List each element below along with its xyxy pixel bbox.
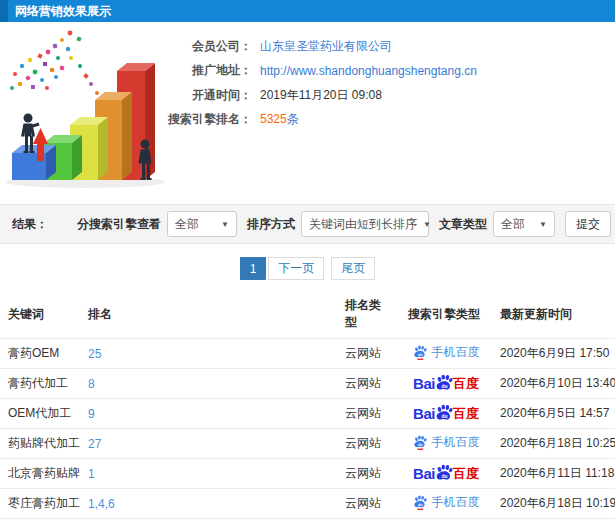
baidu-paw-icon: du: [413, 494, 427, 511]
baidu-paw-icon: du: [413, 434, 427, 451]
mobile-baidu-label: 手机百度: [432, 344, 480, 361]
svg-text:du: du: [418, 502, 423, 506]
baidu-pc-logo: Bai du 百度: [413, 373, 479, 394]
rank-cell: 25: [80, 339, 337, 369]
company-info-fields: 会员公司： 山东皇圣堂药业有限公司 推广地址： http://www.shand…: [168, 30, 477, 190]
growth-bar-chart-illustration: [0, 30, 190, 190]
table-row: 枣庄膏药加工 1,4,6 云网站 du 手机百度 2020年6月18日 10:1…: [0, 489, 615, 519]
keyword-cell: 枣庄膏药加工: [0, 489, 80, 519]
article-type-select-value: 全部: [501, 216, 525, 233]
baidu-paw-icon: du: [435, 463, 453, 484]
engine-select-value: 全部: [175, 216, 199, 233]
rank-link[interactable]: 1: [88, 467, 95, 481]
rank-link[interactable]: 27: [88, 437, 101, 451]
article-type-select[interactable]: 全部 ▼: [493, 211, 555, 237]
filter-controls: 分搜索引擎查看 全部 ▼ 排序方式 关键词由短到长排序 ▼ 文章类型 全部 ▼ …: [67, 211, 611, 237]
engine-filter-label: 分搜索引擎查看: [77, 216, 161, 233]
baidu-logo-cn-text: 百度: [453, 465, 479, 483]
sort-filter-label: 排序方式: [247, 216, 295, 233]
table-row: 药贴牌代加工 27 云网站 du 手机百度 2020年6月18日 10:25: [0, 429, 615, 459]
header-accent-bar: [0, 0, 8, 22]
engine-cell: Bai du 百度: [400, 369, 492, 399]
rank-count: 5325: [260, 112, 287, 126]
rank-type-cell: 云网站: [337, 459, 400, 489]
engine-cell: du 手机百度: [400, 339, 492, 369]
update-time-cell: 2020年6月5日 14:57: [492, 399, 615, 429]
svg-text:du: du: [441, 414, 447, 419]
pagination: 1 下一页 尾页: [0, 257, 615, 280]
table-header-row: 关键词 排名 排名类型 搜索引擎类型 最新更新时间: [0, 290, 615, 339]
open-time-value: 2019年11月20日 09:08: [260, 87, 477, 104]
baidu-paw-icon: du: [435, 373, 453, 394]
rank-link[interactable]: 9: [88, 407, 95, 421]
svg-text:du: du: [441, 474, 447, 479]
header-engine-type: 搜索引擎类型: [400, 290, 492, 339]
page-button-current[interactable]: 1: [240, 257, 267, 280]
open-time-label: 开通时间：: [168, 87, 260, 104]
bar-blue: [12, 145, 56, 180]
table-row: 膏药代加工 8 云网站 Bai du 百度 2020年6月10日 13:40: [0, 369, 615, 399]
search-rank-value: 5325条: [260, 111, 477, 128]
baidu-paw-icon: du: [435, 403, 453, 424]
update-time-cell: 2020年6月18日 10:19: [492, 489, 615, 519]
rank-type-cell: 云网站: [337, 369, 400, 399]
engine-cell: Bai du 百度: [400, 399, 492, 429]
update-time-cell: 2020年6月18日 10:25: [492, 429, 615, 459]
rank-type-cell: 云网站: [337, 489, 400, 519]
next-page-button[interactable]: 下一页: [268, 257, 324, 280]
results-table-body: 膏药OEM 25 云网站 du 手机百度 2020年6月9日 17:50 膏药代…: [0, 339, 615, 520]
svg-text:du: du: [418, 352, 423, 356]
rank-cell: 1: [80, 459, 337, 489]
svg-text:du: du: [418, 442, 423, 446]
keyword-cell: 膏药OEM: [0, 339, 80, 369]
header-rank-type: 排名类型: [337, 290, 400, 339]
rank-cell: 1,4,6: [80, 489, 337, 519]
update-time-cell: 2020年6月9日 17:50: [492, 339, 615, 369]
rank-cell: 9: [80, 399, 337, 429]
header-rank: 排名: [80, 290, 337, 339]
confetti: [10, 31, 104, 104]
engine-cell: du 手机百度: [400, 429, 492, 459]
update-time-cell: 2020年6月11日 11:18: [492, 459, 615, 489]
article-type-label: 文章类型: [439, 216, 487, 233]
filter-bar: 结果： 分搜索引擎查看 全部 ▼ 排序方式 关键词由短到长排序 ▼ 文章类型 全…: [0, 204, 615, 244]
keyword-cell: 膏药代加工: [0, 369, 80, 399]
baidu-pc-logo: Bai du 百度: [413, 463, 479, 484]
rank-type-cell: 云网站: [337, 429, 400, 459]
table-row: 膏药OEM 25 云网站 du 手机百度 2020年6月9日 17:50: [0, 339, 615, 369]
submit-button[interactable]: 提交: [565, 211, 611, 237]
baidu-logo-text: Bai: [413, 465, 435, 482]
sort-select[interactable]: 关键词由短到长排序 ▼: [301, 211, 429, 237]
page-title: 网络营销效果展示: [15, 3, 111, 20]
update-time-cell: 2020年6月10日 13:40: [492, 369, 615, 399]
rank-link[interactable]: 8: [88, 377, 95, 391]
baidu-mobile-logo: du 手机百度: [413, 434, 480, 451]
rank-link[interactable]: 25: [88, 347, 101, 361]
mobile-baidu-label: 手机百度: [432, 434, 480, 451]
promo-url-label: 推广地址：: [168, 62, 260, 79]
engine-cell: du 手机百度: [400, 489, 492, 519]
results-table: 关键词 排名 排名类型 搜索引擎类型 最新更新时间 膏药OEM 25 云网站 d…: [0, 290, 615, 520]
header-update-time: 最新更新时间: [492, 290, 615, 339]
rank-cell: 8: [80, 369, 337, 399]
rank-type-cell: 云网站: [337, 339, 400, 369]
rank-type-cell: 云网站: [337, 399, 400, 429]
table-row: OEM代加工 9 云网站 Bai du 百度 2020年6月5日 14:57: [0, 399, 615, 429]
promo-url-link[interactable]: http://www.shandonghuangshengtang.cn: [260, 64, 477, 78]
company-label: 会员公司：: [168, 38, 260, 55]
baidu-mobile-logo: du 手机百度: [413, 344, 480, 361]
rank-link[interactable]: 1,4,6: [88, 497, 115, 511]
engine-select[interactable]: 全部 ▼: [167, 211, 237, 237]
page-header: 网络营销效果展示: [0, 0, 615, 22]
baidu-logo-cn-text: 百度: [453, 405, 479, 423]
keyword-cell: 药贴牌代加工: [0, 429, 80, 459]
table-row: 北京膏药贴牌 1 云网站 Bai du 百度 2020年6月11日 11:18: [0, 459, 615, 489]
chevron-down-icon: ▼: [417, 220, 431, 229]
keyword-cell: OEM代加工: [0, 399, 80, 429]
last-page-button[interactable]: 尾页: [331, 257, 375, 280]
company-link[interactable]: 山东皇圣堂药业有限公司: [260, 38, 477, 55]
chevron-down-icon: ▼: [533, 220, 547, 229]
result-label: 结果：: [12, 216, 48, 233]
baidu-logo-cn-text: 百度: [453, 375, 479, 393]
rank-unit: 条: [287, 112, 299, 126]
